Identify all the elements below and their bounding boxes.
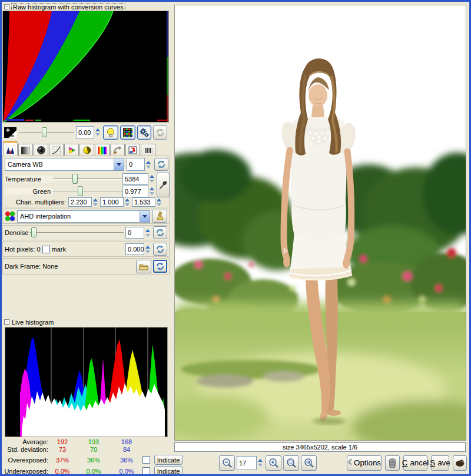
stddev-label: Std. deviation: (2, 446, 48, 453)
tab-color-management[interactable] (64, 144, 79, 156)
chevron-down-icon[interactable] (114, 158, 124, 170)
dark-frame-load-button[interactable] (136, 260, 151, 273)
refresh-icon (156, 262, 164, 270)
average-red: 192 (48, 438, 77, 445)
temperature-slider[interactable] (53, 173, 122, 185)
hot-pixels-reset-button[interactable] (153, 243, 167, 256)
status-text: size 3465x5202, scale 1/6 (283, 444, 357, 451)
tab-grayscale[interactable] (18, 144, 33, 156)
interpolation-combo[interactable]: AHD interpolation (17, 210, 150, 223)
collapse-icon[interactable]: - (4, 4, 9, 9)
tab-output[interactable] (125, 144, 140, 156)
exposure-slider[interactable] (19, 127, 74, 138)
brush-icon (155, 211, 164, 221)
tab-saturation[interactable] (95, 144, 110, 156)
tool-tabs (3, 141, 170, 156)
overexposed-indicate-button[interactable]: Indicate (154, 455, 183, 465)
bayer-display-icon (123, 128, 132, 137)
wb-reset-button[interactable] (154, 158, 168, 171)
denoise-reset-button[interactable] (153, 226, 167, 239)
exposure-spinbox[interactable]: 0.00 (76, 126, 101, 138)
base-curve-tab-icon (52, 146, 61, 154)
underexposed-blue: 0.0% (111, 468, 142, 475)
live-histogram-expander[interactable]: - Live histogram (4, 318, 54, 326)
underexposed-label: Underexposed: (2, 468, 48, 475)
dark-frame-reset-button[interactable] (153, 260, 167, 273)
hot-pixels-mark-checkbox[interactable] (42, 246, 50, 253)
save-button[interactable]: Save (431, 455, 449, 471)
raw-histogram-expander[interactable]: - Raw histogram with conversion curves (4, 3, 125, 11)
zoom-out-icon (222, 458, 233, 468)
gears-icon (140, 128, 149, 137)
zoom-out-button[interactable] (219, 455, 235, 471)
tab-lens[interactable] (34, 144, 48, 156)
zoom-full-icon (304, 458, 314, 468)
overexposed-red: 37% (48, 457, 77, 464)
options-label: Options (354, 458, 381, 467)
refresh-icon (156, 245, 164, 253)
dark-frame-row: Dark Frame: None (2, 258, 170, 275)
underexposed-indicate-button[interactable]: Indicate (154, 466, 183, 476)
temperature-spinbox[interactable]: 5384 (122, 173, 155, 185)
green-label: Green (5, 188, 53, 195)
multiplier-blue-spinbox[interactable]: 1.533 (132, 197, 162, 207)
tab-exif[interactable] (141, 144, 155, 156)
photo-preview (175, 5, 466, 440)
exif-tab-icon (144, 147, 152, 154)
wb-preset-combo[interactable]: Camera WB (5, 158, 124, 171)
denoise-slider[interactable] (30, 227, 124, 239)
overexposed-green: 36% (77, 457, 111, 464)
zoom-fit-icon (286, 458, 297, 468)
exposure-icon (4, 127, 17, 138)
options-gears-icon (347, 458, 351, 468)
tab-base-curve[interactable] (49, 144, 64, 156)
hot-pixels-spinbox[interactable]: 0.000 (125, 243, 151, 255)
cancel-button[interactable]: Cancel (403, 455, 427, 471)
grayscale-tab-icon (21, 147, 30, 154)
bayer-rggb-icon (5, 211, 15, 222)
delete-button[interactable] (385, 455, 400, 471)
average-label: Average: (2, 438, 48, 445)
chevron-down-icon[interactable] (140, 211, 150, 222)
tab-corrections[interactable] (79, 144, 94, 156)
options-button[interactable]: Options (347, 455, 382, 471)
eyedropper-icon (159, 180, 167, 190)
raw-histogram-title: Raw histogram with conversion curves (12, 4, 125, 11)
output-tab-icon (128, 146, 137, 154)
raw-display-button[interactable] (120, 125, 135, 140)
image-preview[interactable] (174, 5, 466, 441)
live-histogram-canvas[interactable] (5, 327, 168, 437)
zoom-full-button[interactable] (301, 455, 317, 471)
collapse-icon[interactable]: - (4, 319, 9, 325)
refresh-icon (156, 229, 164, 237)
multiplier-red-spinbox[interactable]: 2.230 (68, 197, 99, 207)
temperature-label: Temperature (5, 176, 53, 183)
auto-exposure-button[interactable] (103, 125, 118, 140)
overexposed-blue: 36% (111, 457, 142, 464)
send-to-gimp-button[interactable] (453, 455, 467, 471)
hot-pixels-row: Hot pixels: 0 mark 0.000 (2, 242, 170, 257)
green-slider[interactable] (53, 186, 122, 197)
raw-histogram-canvas[interactable] (2, 11, 169, 123)
denoise-spinbox[interactable]: 0 (125, 227, 151, 239)
live-histogram-plot (5, 328, 167, 437)
green-spinbox[interactable]: 0.977 (122, 186, 155, 197)
tab-white-balance[interactable] (3, 141, 18, 156)
zoom-spinbox[interactable]: 17 (237, 456, 264, 470)
apply-interpolation-button[interactable] (152, 210, 167, 223)
spectrum-tab-icon (98, 147, 107, 154)
histogram-stats: Average: 192 193 168 Std. deviation: 73 … (2, 437, 170, 474)
wb-finetune-spinbox[interactable]: 0 (127, 158, 152, 171)
zoom-in-button[interactable] (266, 455, 281, 471)
multiplier-green-spinbox[interactable]: 1.000 (100, 197, 131, 207)
exposure-reset-button[interactable] (153, 125, 167, 140)
underexposed-checkbox[interactable] (142, 467, 150, 475)
tab-transform[interactable] (110, 144, 125, 156)
exposure-row: 0.00 (2, 124, 169, 140)
overexposed-checkbox[interactable] (142, 456, 150, 464)
zoom-fit-button[interactable] (283, 455, 299, 471)
spot-wb-button[interactable] (157, 173, 170, 197)
exposure-options-button[interactable] (137, 125, 151, 140)
average-green: 193 (77, 438, 111, 445)
underexposed-green: 0.0% (77, 468, 111, 475)
